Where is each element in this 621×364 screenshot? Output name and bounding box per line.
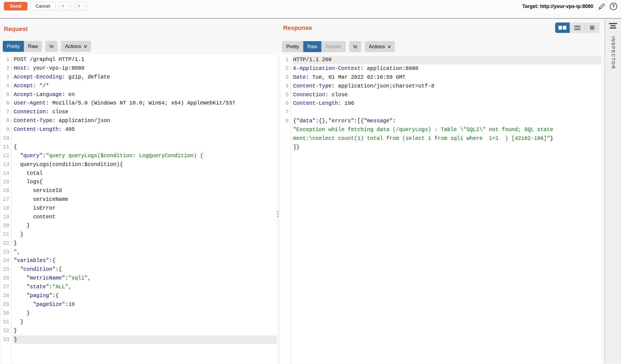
forward-dropdown-icon[interactable]: ▼ (83, 5, 88, 7)
code-text: Accept-Language: en (14, 91, 277, 99)
tab-actions[interactable]: Actions∨ (61, 41, 91, 52)
cancel-button[interactable]: Cancel (30, 2, 55, 10)
code-line[interactable]: 2Host: your-vps-ip:8080 (1, 64, 277, 73)
code-line[interactable]: 10 (1, 134, 277, 143)
code-text: Connection: close (14, 108, 277, 117)
code-line[interactable]: 16 serviceId (1, 187, 277, 195)
tab-n[interactable]: \n (45, 41, 58, 52)
layout-columns-button[interactable] (555, 22, 570, 33)
tab-raw[interactable]: Raw (303, 41, 321, 52)
code-text: ]} (293, 143, 601, 152)
code-text: Host: your-vps-ip:8080 (14, 64, 277, 73)
request-editor[interactable]: 1POST /graphql HTTP/1.12Host: your-vps-i… (1, 55, 277, 363)
code-text: total (14, 169, 277, 178)
code-line[interactable]: "Exception while fetching data (/queryLo… (280, 126, 601, 134)
code-line[interactable]: 27 "state":"ALL", (1, 283, 277, 292)
code-line[interactable]: 22} (1, 239, 277, 248)
code-line[interactable]: ]} (280, 143, 601, 152)
tab-n[interactable]: \n (349, 41, 361, 52)
code-line[interactable]: 11{ (1, 143, 277, 152)
code-line[interactable]: 4Content-Type: application/json;charset=… (280, 82, 601, 91)
code-line[interactable]: 15 logs{ (1, 178, 277, 187)
send-button[interactable]: Send (4, 2, 27, 10)
tab-pretty[interactable]: Pretty (3, 41, 24, 52)
code-line[interactable]: 5Connection: close (280, 91, 601, 100)
line-number: 10 (1, 134, 9, 143)
back-button-group[interactable]: < ▼ (59, 2, 72, 10)
code-text: "metricName":"sqli", (14, 274, 277, 283)
line-number (280, 126, 289, 134)
code-line[interactable]: 6Content-Length: 196 (280, 99, 601, 108)
code-text: } (14, 222, 277, 230)
tab-render[interactable]: Render (321, 41, 346, 52)
code-line[interactable]: 13 queryLogs(condition:$condition){ (1, 160, 277, 169)
request-title: Request (4, 25, 277, 33)
request-lines: 1POST /graphql HTTP/1.12Host: your-vps-i… (1, 55, 277, 344)
code-line[interactable]: 4Accept: */* (1, 82, 277, 91)
code-line[interactable]: 12 "query":"query queryLogs($condition: … (1, 152, 277, 160)
panel-divider[interactable] (277, 19, 280, 363)
response-title: Response (283, 24, 312, 32)
code-text: ment:\nselect count(1) total from (selec… (293, 134, 601, 143)
back-dropdown-icon[interactable]: ▼ (67, 5, 71, 7)
layout-toggle-group (555, 22, 600, 33)
code-line[interactable]: 23", (1, 248, 277, 257)
code-line[interactable]: 17 serviceName (1, 195, 277, 204)
code-line[interactable]: 28 "paging":{ (1, 292, 277, 300)
line-number: 24 (1, 256, 9, 265)
code-line[interactable]: 8Content-Type: application/json (1, 117, 277, 125)
code-line[interactable]: 2X-Application-Context: application:8080 (280, 64, 601, 73)
rows-layout-icon (574, 26, 580, 30)
code-line[interactable]: 8{"data":{},"errors":[{"message": (280, 117, 601, 126)
edit-target-icon[interactable] (597, 2, 606, 10)
code-line[interactable]: 7Connection: close (1, 108, 277, 117)
code-line[interactable]: 24"variables":{ (1, 256, 277, 265)
gutter-divider (291, 55, 291, 363)
response-editor[interactable]: 1HTTP/1.1 2002X-Application-Context: app… (280, 55, 601, 363)
code-text: HTTP/1.1 200 (293, 56, 601, 64)
back-icon[interactable]: < (59, 2, 66, 10)
code-line[interactable]: 19 content (1, 213, 277, 222)
code-line[interactable]: ment:\nselect count(1) total from (selec… (280, 134, 601, 143)
code-line[interactable]: 1HTTP/1.1 200 (280, 56, 601, 64)
tab-raw[interactable]: Raw (24, 41, 42, 52)
code-line[interactable]: 9Content-Length: 405 (1, 125, 277, 134)
code-line[interactable]: 5Accept-Language: en (1, 91, 277, 99)
code-line[interactable]: 21 } (1, 230, 277, 239)
gutter-divider (11, 55, 12, 363)
tab-pretty[interactable]: Pretty (282, 41, 303, 52)
code-text: isError (14, 204, 277, 213)
tab-group: Actions∨ (61, 41, 91, 52)
code-line[interactable]: 33} (1, 335, 277, 344)
line-number: 6 (280, 99, 289, 108)
layout-single-button[interactable] (585, 22, 600, 33)
inspector-settings-icon[interactable] (609, 23, 617, 29)
code-text: Content-Type: application/json (14, 117, 277, 125)
code-text: Content-Length: 196 (293, 99, 601, 108)
code-line[interactable]: 7 (280, 108, 601, 117)
line-number: 8 (280, 117, 289, 126)
code-line[interactable]: 31 } (1, 318, 277, 327)
code-text: { (14, 143, 277, 152)
line-number: 27 (1, 283, 9, 292)
help-icon[interactable]: ? (610, 3, 617, 10)
code-line[interactable]: 3Accept-Encoding: gzip, deflate (1, 73, 277, 82)
tab-actions[interactable]: Actions∨ (365, 41, 395, 52)
code-line[interactable]: 30 } (1, 309, 277, 318)
code-line[interactable]: 26 "metricName":"sqli", (1, 274, 277, 283)
code-line[interactable]: 3Date: Tue, 01 Mar 2022 02:16:59 GMT (280, 73, 601, 82)
code-line[interactable]: 18 isError (1, 204, 277, 213)
layout-rows-button[interactable] (570, 22, 585, 33)
chevron-down-icon: ∨ (83, 44, 88, 49)
drag-handle-icon[interactable] (277, 211, 279, 217)
inspector-label[interactable]: INSPECTOR (610, 36, 616, 69)
forward-button-group[interactable]: > ▼ (75, 2, 88, 10)
code-line[interactable]: 6User-Agent: Mozilla/5.0 (Windows NT 10.… (1, 99, 277, 108)
code-line[interactable]: 1POST /graphql HTTP/1.1 (1, 55, 277, 64)
forward-icon[interactable]: > (75, 2, 83, 10)
code-line[interactable]: 25 "condition":{ (1, 265, 277, 274)
code-line[interactable]: 29 "pageSize":10 (1, 300, 277, 309)
code-line[interactable]: 20 } (1, 222, 277, 230)
code-line[interactable]: 32} (1, 327, 277, 335)
code-line[interactable]: 14 total (1, 169, 277, 178)
